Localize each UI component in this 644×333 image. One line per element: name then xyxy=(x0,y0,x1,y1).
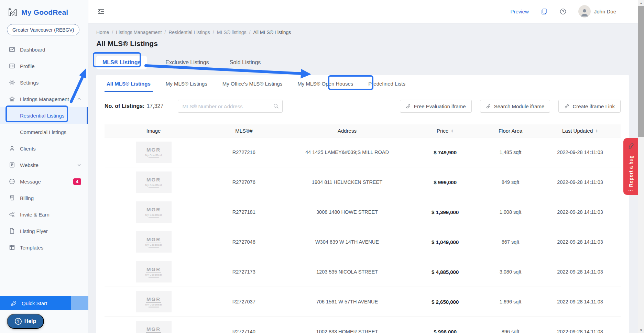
tab-exclusive-listings[interactable]: Exclusive Listings xyxy=(163,59,211,66)
cell-mls: R2727140 xyxy=(203,329,285,333)
quick-start-handle[interactable] xyxy=(71,296,88,310)
free-evaluation-iframe-button[interactable]: Free Evaluation iframe xyxy=(400,100,472,113)
placeholder-logo-bar xyxy=(149,217,159,218)
sidebar-item-website[interactable]: Website xyxy=(0,157,88,173)
sidebar-item-listings-management[interactable]: Listings Management xyxy=(0,91,88,107)
table-row[interactable]: MGRMy GoodRealR27270761904 811 HELMCKEN … xyxy=(105,167,621,197)
sidebar: My GoodReal Greater Vancouver (REBGV) Da… xyxy=(0,0,88,333)
sidebar-item-billing[interactable]: Billing xyxy=(0,190,88,206)
table-row[interactable]: MGRMy GoodRealR27271731203 535 NICOLA ST… xyxy=(105,257,621,287)
search-icon[interactable] xyxy=(273,103,279,109)
sidebar-item-templates[interactable]: Templates xyxy=(0,239,88,256)
column-price[interactable]: Price▲▼ xyxy=(409,128,481,134)
report-bug-label: Report a bug xyxy=(628,149,634,187)
cell-address: 1904 811 HELMCKEN STREET xyxy=(285,179,409,185)
link-icon xyxy=(564,104,569,109)
listing-image-placeholder: MGRMy GoodReal xyxy=(136,142,172,163)
button-label: Search Module iframe xyxy=(494,103,545,109)
listing-image-placeholder: MGRMy GoodReal xyxy=(136,201,172,223)
table-row[interactable]: MGRMy GoodRealR2727048W304 639 W 14TH AV… xyxy=(105,227,621,257)
sidebar-item-message[interactable]: Message4 xyxy=(0,173,88,190)
breadcrumb-item[interactable]: Residential Listings xyxy=(168,30,210,35)
subtab-predefined-lists[interactable]: Predefined Lists xyxy=(366,81,407,92)
cell-price: $ 4,885,000 xyxy=(409,269,481,275)
share-icon xyxy=(9,211,15,218)
tab-sold-listings[interactable]: Sold Listings xyxy=(228,59,263,66)
sidebar-item-residential-listings[interactable]: Residential Listings xyxy=(0,107,88,124)
table-body: MGRMy GoodRealR272721644 1425 LAMEY&#039… xyxy=(105,137,621,333)
brand-logo-icon xyxy=(8,7,18,18)
board-selector[interactable]: Greater Vancouver (REBGV) xyxy=(7,24,79,35)
listing-image-placeholder: MGRMy GoodReal xyxy=(136,231,172,253)
breadcrumb-item: All MLS® Listings xyxy=(253,30,291,35)
cell-last-updated: 2022-09-28 14:11:03 xyxy=(539,239,621,245)
subtab-my-office-s-mls-listings[interactable]: My Office's MLS® Listings xyxy=(220,81,285,92)
column-floor-area: Floor Area xyxy=(481,128,540,134)
pen-icon xyxy=(627,142,634,149)
sidebar-item-invite-earn[interactable]: Invite & Earn xyxy=(0,206,88,223)
sorter-icon[interactable]: ▲▼ xyxy=(451,129,454,133)
quick-start-main[interactable]: Quick Start xyxy=(0,296,71,310)
preview-link[interactable]: Preview xyxy=(510,9,528,14)
help-button[interactable]: ? Help xyxy=(7,314,44,329)
breadcrumb-item[interactable]: Home xyxy=(96,30,109,35)
table-row[interactable]: MGRMy GoodRealR272721644 1425 LAMEY&#039… xyxy=(105,137,621,167)
breadcrumb-separator: / xyxy=(249,30,251,35)
sidebar-item-clients[interactable]: Clients xyxy=(0,140,88,157)
cell-floor-area: 3,080 sqft xyxy=(481,269,540,275)
listing-image-placeholder: MGRMy GoodReal xyxy=(136,261,172,282)
subtab-my-mls-listings[interactable]: My MLS® Listings xyxy=(164,81,209,92)
link-icon xyxy=(486,104,491,109)
brand-logo[interactable]: My GoodReal xyxy=(0,0,88,19)
column-last-updated[interactable]: Last Updated▲▼ xyxy=(539,128,621,134)
placeholder-logo-subtext: My GoodReal xyxy=(145,154,162,156)
placeholder-logo-subtext: My GoodReal xyxy=(145,303,162,306)
scrollbar-up-icon[interactable]: ▲ xyxy=(638,0,644,6)
placeholder-logo-bar xyxy=(149,157,159,158)
placeholder-logo-text: MGR xyxy=(146,147,161,153)
scrollbar-down-icon[interactable]: ▼ xyxy=(638,327,644,333)
search-input[interactable] xyxy=(178,100,283,113)
tab-mls-listings[interactable]: MLS® Listings xyxy=(96,56,147,69)
breadcrumb-item[interactable]: Listings Management xyxy=(116,30,162,35)
placeholder-logo-subtext: My GoodReal xyxy=(145,244,162,246)
breadcrumb-separator: / xyxy=(112,30,113,35)
scrollbar-thumb[interactable] xyxy=(638,6,644,137)
table-row[interactable]: MGRMy GoodRealR2727037706 1561 W 57TH AV… xyxy=(105,287,621,317)
sidebar-item-settings[interactable]: Settings xyxy=(0,74,88,91)
sidebar-item-label: Listing Flyer xyxy=(20,228,48,234)
cell-mls: R2727216 xyxy=(203,149,285,155)
user-menu[interactable]: John Doe xyxy=(578,5,616,18)
subtab-all-mls-listings[interactable]: All MLS® Listings xyxy=(105,81,153,92)
sidebar-item-label: Commercial Listings xyxy=(20,129,66,135)
sub-tabs: All MLS® ListingsMy MLS® ListingsMy Offi… xyxy=(96,75,629,92)
table-header: ImageMLS®#AddressPrice▲▼Floor AreaLast U… xyxy=(105,124,621,137)
report-bug-ribbon[interactable]: Report a bug ... xyxy=(623,138,638,195)
quick-start-bar[interactable]: Quick Start xyxy=(0,296,88,310)
table-row[interactable]: MGRMy GoodRealR27271401002 833 HOMER STR… xyxy=(105,317,621,333)
sidebar-item-profile[interactable]: Profile xyxy=(0,58,88,74)
menu-fold-icon[interactable] xyxy=(97,8,105,15)
cell-image: MGRMy GoodReal xyxy=(105,321,203,333)
flyer-icon xyxy=(9,228,15,234)
table-row[interactable]: MGRMy GoodRealR27271813008 1480 HOWE STR… xyxy=(105,197,621,227)
page-scrollbar[interactable]: ▲ ▼ xyxy=(638,0,644,333)
sidebar-item-listing-flyer[interactable]: Listing Flyer xyxy=(0,223,88,239)
subtab-my-mls-open-houses[interactable]: My MLS® Open Houses xyxy=(295,81,355,92)
create-iframe-link-button[interactable]: Create iframe Link xyxy=(558,100,621,113)
cell-image: MGRMy GoodReal xyxy=(105,231,203,253)
copy-icon[interactable] xyxy=(541,8,548,15)
listings-count-value: 17,327 xyxy=(146,103,163,109)
sidebar-item-dashboard[interactable]: Dashboard xyxy=(0,41,88,58)
sidebar-item-commercial-listings[interactable]: Commercial Listings xyxy=(0,124,88,140)
quick-start-label: Quick Start xyxy=(22,300,47,306)
sidebar-item-label: Settings xyxy=(20,80,39,86)
listings-table: ImageMLS®#AddressPrice▲▼Floor AreaLast U… xyxy=(105,124,621,333)
sidebar-item-label: Listings Management xyxy=(20,96,69,102)
help-circle-icon[interactable] xyxy=(559,8,567,15)
sorter-icon[interactable]: ▲▼ xyxy=(595,129,598,133)
search-module-iframe-button[interactable]: Search Module iframe xyxy=(480,100,550,113)
breadcrumb-item[interactable]: MLS® listings xyxy=(217,30,247,35)
listing-image-placeholder: MGRMy GoodReal xyxy=(136,291,172,312)
main-tabs: MLS® ListingsExclusive ListingsSold List… xyxy=(96,55,629,70)
